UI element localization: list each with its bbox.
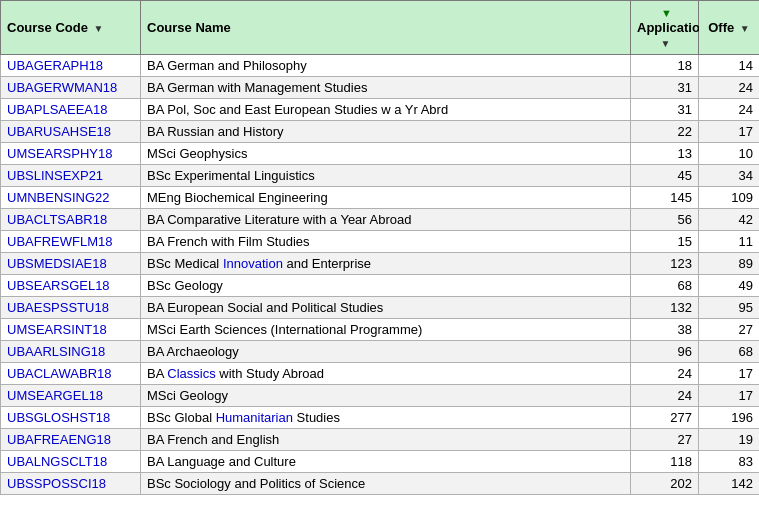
applications-cell: 13 — [631, 143, 699, 165]
applications-cell: 118 — [631, 451, 699, 473]
offers-cell: 196 — [699, 407, 760, 429]
filter-icon: ▼ — [661, 7, 672, 19]
course-code-label: Course Code — [7, 20, 88, 35]
applications-cell: 15 — [631, 231, 699, 253]
applications-cell: 56 — [631, 209, 699, 231]
offers-cell: 109 — [699, 187, 760, 209]
offers-cell: 89 — [699, 253, 760, 275]
course-name-cell: BA Language and Culture — [141, 451, 631, 473]
offers-cell: 49 — [699, 275, 760, 297]
offers-cell: 24 — [699, 99, 760, 121]
offers-cell: 17 — [699, 385, 760, 407]
applications-cell: 22 — [631, 121, 699, 143]
sort-icon-off: ▼ — [740, 23, 750, 34]
applications-cell: 123 — [631, 253, 699, 275]
course-code-cell: UBACLTSABR18 — [1, 209, 141, 231]
table-row: UBAGERWMAN18BA German with Management St… — [1, 77, 760, 99]
offers-cell: 83 — [699, 451, 760, 473]
course-code-cell: UBAGERWMAN18 — [1, 77, 141, 99]
course-name-cell: MSci Geology — [141, 385, 631, 407]
course-name-cell: BSc Medical Innovation and Enterprise — [141, 253, 631, 275]
course-name-label: Course Name — [147, 20, 231, 35]
course-name-cell: MEng Biochemical Engineering — [141, 187, 631, 209]
course-name-header[interactable]: Course Name — [141, 1, 631, 55]
applications-cell: 31 — [631, 99, 699, 121]
course-name-cell: BA Archaeology — [141, 341, 631, 363]
table-row: UBSLINSEXP21BSc Experimental Linguistics… — [1, 165, 760, 187]
applications-label: Applicatio — [637, 20, 700, 35]
course-name-cell: MSci Geophysics — [141, 143, 631, 165]
offers-cell: 27 — [699, 319, 760, 341]
applications-cell: 96 — [631, 341, 699, 363]
table-row: UBARUSAHSE18BA Russian and History2217 — [1, 121, 760, 143]
offers-cell: 19 — [699, 429, 760, 451]
applications-cell: 31 — [631, 77, 699, 99]
table-row: UBAFREAENG18BA French and English2719 — [1, 429, 760, 451]
offers-cell: 95 — [699, 297, 760, 319]
table-row: UBAARLSING18BA Archaeology9668 — [1, 341, 760, 363]
course-code-cell: UBSEARSGEL18 — [1, 275, 141, 297]
course-code-cell: UBSMEDSIAE18 — [1, 253, 141, 275]
course-name-cell: BSc Geology — [141, 275, 631, 297]
offers-cell: 11 — [699, 231, 760, 253]
applications-cell: 68 — [631, 275, 699, 297]
course-code-cell: UBAGERAPH18 — [1, 55, 141, 77]
offers-cell: 42 — [699, 209, 760, 231]
course-code-cell: UBAFREWFLM18 — [1, 231, 141, 253]
offers-header[interactable]: Offe ▼ — [699, 1, 760, 55]
table-row: UBSEARSGEL18BSc Geology6849 — [1, 275, 760, 297]
course-code-cell: UBAFREAENG18 — [1, 429, 141, 451]
applications-cell: 18 — [631, 55, 699, 77]
course-name-cell: BSc Global Humanitarian Studies — [141, 407, 631, 429]
course-name-cell: BSc Sociology and Politics of Science — [141, 473, 631, 495]
table-row: UMSEARGEL18MSci Geology2417 — [1, 385, 760, 407]
table-row: UBAFREWFLM18BA French with Film Studies1… — [1, 231, 760, 253]
table-row: UMNBENSING22MEng Biochemical Engineering… — [1, 187, 760, 209]
course-code-cell: UMSEARGEL18 — [1, 385, 141, 407]
table-row: UBACLAWABR18BA Classics with Study Abroa… — [1, 363, 760, 385]
course-code-cell: UBSGLOSHST18 — [1, 407, 141, 429]
course-code-cell: UBALNGSCLT18 — [1, 451, 141, 473]
applications-cell: 24 — [631, 363, 699, 385]
offers-cell: 34 — [699, 165, 760, 187]
course-code-header[interactable]: Course Code ▼ — [1, 1, 141, 55]
applications-cell: 145 — [631, 187, 699, 209]
table-row: UMSEARSPHY18MSci Geophysics1310 — [1, 143, 760, 165]
table-row: UBAESPSSTU18BA European Social and Polit… — [1, 297, 760, 319]
offers-cell: 14 — [699, 55, 760, 77]
course-name-cell: BA French with Film Studies — [141, 231, 631, 253]
table-row: UBAGERAPH18BA German and Philosophy1814 — [1, 55, 760, 77]
table-row: UBACLTSABR18BA Comparative Literature wi… — [1, 209, 760, 231]
course-name-cell: BA German with Management Studies — [141, 77, 631, 99]
course-code-cell: UMNBENSING22 — [1, 187, 141, 209]
offers-cell: 17 — [699, 121, 760, 143]
offers-cell: 68 — [699, 341, 760, 363]
applications-cell: 202 — [631, 473, 699, 495]
course-name-cell: BA Comparative Literature with a Year Ab… — [141, 209, 631, 231]
applications-cell: 27 — [631, 429, 699, 451]
applications-header[interactable]: ▼ Applicatio ▼ — [631, 1, 699, 55]
applications-cell: 132 — [631, 297, 699, 319]
offers-cell: 17 — [699, 363, 760, 385]
course-name-cell: BA Russian and History — [141, 121, 631, 143]
applications-cell: 24 — [631, 385, 699, 407]
course-code-cell: UBARUSAHSE18 — [1, 121, 141, 143]
table-row: UBAPLSAEEA18BA Pol, Soc and East Europea… — [1, 99, 760, 121]
sort-icon: ▼ — [94, 23, 104, 34]
table-row: UBALNGSCLT18BA Language and Culture11883 — [1, 451, 760, 473]
applications-cell: 277 — [631, 407, 699, 429]
course-name-cell: BA German and Philosophy — [141, 55, 631, 77]
course-code-cell: UMSEARSPHY18 — [1, 143, 141, 165]
course-name-cell: BA Pol, Soc and East European Studies w … — [141, 99, 631, 121]
table-row: UBSSPOSSCI18BSc Sociology and Politics o… — [1, 473, 760, 495]
course-code-cell: UMSEARSINT18 — [1, 319, 141, 341]
table-row: UBSGLOSHST18BSc Global Humanitarian Stud… — [1, 407, 760, 429]
course-code-cell: UBAARLSING18 — [1, 341, 141, 363]
course-code-cell: UBAPLSAEEA18 — [1, 99, 141, 121]
table-row: UBSMEDSIAE18BSc Medical Innovation and E… — [1, 253, 760, 275]
offers-cell: 10 — [699, 143, 760, 165]
course-name-cell: BSc Experimental Linguistics — [141, 165, 631, 187]
course-code-cell: UBSSPOSSCI18 — [1, 473, 141, 495]
offers-label: Offe — [708, 20, 734, 35]
offers-cell: 142 — [699, 473, 760, 495]
